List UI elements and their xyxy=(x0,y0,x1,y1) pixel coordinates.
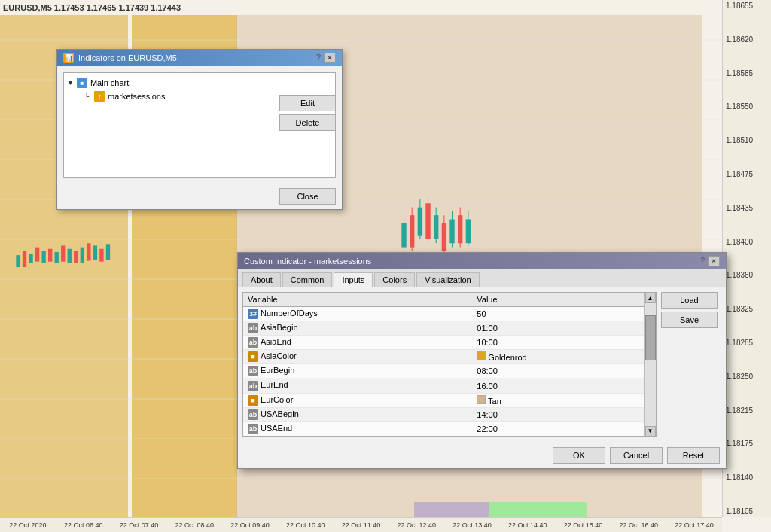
scrollbar-thumb[interactable] xyxy=(645,315,656,360)
price-level: 1.18435 xyxy=(726,204,768,212)
time-label: 22 Oct 07:40 xyxy=(111,521,167,529)
time-label: 22 Oct 09:40 xyxy=(222,521,278,529)
variable-cell: abEurEnd xyxy=(243,378,472,393)
value-cell: 01:00 xyxy=(472,321,644,336)
variable-cell: ■AsiaColor xyxy=(243,350,472,364)
close-button[interactable]: Close xyxy=(279,188,336,205)
inputs-panel: Variable Value 3#NumberOfDays50abAsiaBeg… xyxy=(238,287,726,442)
custom-close-button[interactable]: ✕ xyxy=(708,256,720,266)
indicators-dialog-icon: 📊 xyxy=(63,53,74,63)
chart-tree-icon: ■ xyxy=(77,78,87,88)
table-row[interactable]: 3#NumberOfDays50 xyxy=(243,307,644,321)
custom-dialog-title-area: Custom Indicator - marketsessions xyxy=(244,257,371,266)
indicators-dialog-title: Indicators on EURUSD,M5 xyxy=(78,53,177,62)
value-cell: 10:00 xyxy=(472,336,644,350)
custom-dialog-title: Custom Indicator - marketsessions xyxy=(244,257,371,266)
delete-button[interactable]: Delete xyxy=(279,114,336,131)
tab-visualization-label: Visualization xyxy=(425,275,471,284)
indicators-dialog-title-area: 📊 Indicators on EURUSD,M5 xyxy=(63,53,177,63)
variable-cell: ■EurColor xyxy=(243,393,472,407)
price-level: 1.18550 xyxy=(726,102,768,111)
chart-symbol-label: EURUSD,M5 1.17453 1.17465 1.17439 1.1744… xyxy=(3,3,181,12)
variable-cell: abAsiaEnd xyxy=(243,336,472,350)
variable-cell: 3#NumberOfDays xyxy=(243,307,472,321)
table-row[interactable]: abEurBegin08:00 xyxy=(243,364,644,378)
indicators-help-button[interactable]: ? xyxy=(316,53,321,63)
time-label: 22 Oct 16:40 xyxy=(611,521,666,529)
svg-rect-34 xyxy=(41,251,45,263)
value-cell: 50 xyxy=(472,307,644,321)
price-level: 1.18215 xyxy=(726,406,768,415)
save-button[interactable]: Save xyxy=(661,312,718,328)
price-level: 1.18250 xyxy=(726,372,768,381)
svg-rect-31 xyxy=(23,251,26,267)
value-cell: 08:00 xyxy=(472,364,644,378)
custom-dialog-controls: ? ✕ xyxy=(700,256,720,266)
reset-button[interactable]: Reset xyxy=(667,447,720,464)
tabs-bar: About Common Inputs Colors Visualization xyxy=(238,269,726,287)
price-level: 1.18360 xyxy=(726,271,768,279)
indicators-dialog: 📊 Indicators on EURUSD,M5 ? ✕ ▼ ■ Main c… xyxy=(56,49,343,210)
price-level: 1.18475 xyxy=(726,170,768,178)
custom-help-button[interactable]: ? xyxy=(700,256,705,266)
tab-inputs[interactable]: Inputs xyxy=(334,272,373,287)
svg-rect-36 xyxy=(55,252,59,263)
tab-colors-label: Colors xyxy=(382,275,407,284)
variable-cell: abAsiaBegin xyxy=(243,321,472,336)
col-variable-header: Variable xyxy=(243,293,472,307)
variable-cell: abUSAEnd xyxy=(243,421,472,436)
cancel-button[interactable]: Cancel xyxy=(610,447,663,464)
main-chart-label: Main chart xyxy=(90,78,129,87)
value-cell: 14:00 xyxy=(472,407,644,421)
tab-inputs-label: Inputs xyxy=(342,275,364,284)
svg-rect-44 xyxy=(106,244,110,260)
svg-rect-40 xyxy=(81,248,84,263)
tab-common[interactable]: Common xyxy=(282,272,333,287)
time-label: 22 Oct 13:40 xyxy=(444,521,500,529)
col-value-header: Value xyxy=(472,293,644,307)
side-buttons: Load Save xyxy=(661,292,721,437)
price-level: 1.18285 xyxy=(726,339,768,347)
indicators-dialog-titlebar[interactable]: 📊 Indicators on EURUSD,M5 ? ✕ xyxy=(57,50,342,66)
value-cell: 22:00 xyxy=(472,421,644,436)
price-level: 1.18400 xyxy=(726,238,768,246)
tab-visualization[interactable]: Visualization xyxy=(416,272,480,287)
variable-cell: abUSABegin xyxy=(243,407,472,421)
scroll-up-arrow[interactable]: ▲ xyxy=(645,293,656,303)
table-row[interactable]: ■AsiaColor Goldenrod xyxy=(243,350,644,364)
table-row[interactable]: abAsiaEnd10:00 xyxy=(243,336,644,350)
svg-rect-35 xyxy=(48,249,52,262)
tab-about[interactable]: About xyxy=(242,272,281,287)
indicators-dialog-controls: ? ✕ xyxy=(316,53,336,63)
svg-rect-42 xyxy=(93,245,97,260)
expand-icon[interactable]: ▼ xyxy=(67,79,74,87)
time-label: 22 Oct 11:40 xyxy=(334,521,389,529)
price-level: 1.18175 xyxy=(726,439,768,448)
indicators-close-button[interactable]: ✕ xyxy=(324,53,336,63)
price-axis: 1.18655 1.18620 1.18585 1.18550 1.18510 … xyxy=(722,0,771,517)
scroll-down-arrow[interactable]: ▼ xyxy=(645,426,656,436)
value-cell: 16:00 xyxy=(472,378,644,393)
table-scrollbar[interactable]: ▲ ▼ xyxy=(644,293,656,436)
load-button[interactable]: Load xyxy=(661,292,718,309)
tab-colors[interactable]: Colors xyxy=(374,272,415,287)
indicators-dialog-footer: Close xyxy=(57,184,342,209)
time-label: 22 Oct 17:40 xyxy=(666,521,722,529)
price-level: 1.18510 xyxy=(726,136,768,144)
table-row[interactable]: abAsiaBegin01:00 xyxy=(243,321,644,336)
table-row[interactable]: abUSABegin14:00 xyxy=(243,407,644,421)
indicator-tree-icon: f xyxy=(94,91,105,102)
edit-button[interactable]: Edit xyxy=(279,95,336,111)
svg-rect-32 xyxy=(29,254,32,263)
time-label: 22 Oct 10:40 xyxy=(278,521,334,529)
table-row[interactable]: abEurEnd16:00 xyxy=(243,378,644,393)
custom-dialog-titlebar[interactable]: Custom Indicator - marketsessions ? ✕ xyxy=(238,253,726,269)
variable-cell: abEurBegin xyxy=(243,364,472,378)
table-row[interactable]: abUSAEnd22:00 xyxy=(243,421,644,436)
time-label: 22 Oct 14:40 xyxy=(500,521,556,529)
inputs-table: Variable Value 3#NumberOfDays50abAsiaBeg… xyxy=(243,293,644,436)
table-row[interactable]: ■EurColor Tan xyxy=(243,393,644,407)
ok-button[interactable]: OK xyxy=(553,447,605,464)
price-level: 1.18655 xyxy=(726,2,768,10)
value-cell: Goldenrod xyxy=(472,350,644,364)
